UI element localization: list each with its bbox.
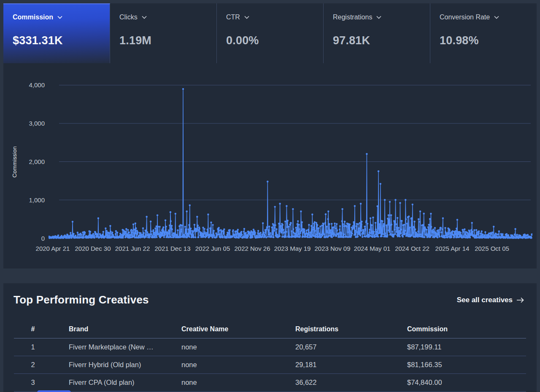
commission-time-series-plot[interactable] (49, 82, 532, 241)
metric-value: 1.19M (119, 34, 209, 47)
cell-commission: $87,199.11 (390, 343, 526, 351)
metric-value: 97.81K (333, 34, 422, 47)
x-axis-tick: 2023 May 19 (269, 245, 316, 252)
column-header-creative-name: Creative Name (165, 325, 278, 333)
creatives-table: # Brand Creative Name Registrations Comm… (14, 320, 526, 392)
table-header-row: # Brand Creative Name Registrations Comm… (14, 320, 526, 338)
metric-tabs: Commission $331.31K Clicks 1.19M CTR 0.0… (3, 3, 537, 63)
metric-tab-conversion-rate[interactable]: Conversion Rate 10.98% (430, 3, 537, 63)
cell-brand: Fiverr CPA (Old plan) (52, 379, 165, 387)
table-row[interactable]: 1 Fiverr Marketplace (New … none 20,657 … (14, 338, 526, 356)
table-row[interactable]: 2 Fiverr Hybrid (Old plan) none 29,181 $… (14, 356, 526, 374)
chevron-down-icon (142, 16, 147, 19)
cell-rank: 3 (14, 379, 52, 387)
see-all-creatives-link[interactable]: See all creatives (457, 296, 524, 304)
x-axis-tick: 2020 Apr 21 (30, 245, 76, 252)
cell-registrations: 36,622 (278, 379, 390, 387)
see-all-label: See all creatives (457, 296, 513, 304)
x-axis-tick: 2024 Oct 22 (389, 245, 435, 252)
y-axis-tick: 0 (8, 234, 45, 243)
column-header-brand: Brand (52, 325, 165, 333)
performance-chart-card: Commission $331.31K Clicks 1.19M CTR 0.0… (3, 3, 537, 268)
metric-tab-registrations[interactable]: Registrations 97.81K (324, 3, 430, 63)
y-axis-tick: 1,000 (8, 196, 45, 204)
partial-cutoff-element[interactable] (37, 390, 71, 392)
x-axis-tick: 2025 Oct 05 (469, 245, 515, 252)
cell-creative-name: none (165, 361, 278, 369)
table-row[interactable]: 3 Fiverr CPA (Old plan) none 36,622 $74,… (14, 374, 526, 392)
cell-brand: Fiverr Hybrid (Old plan) (52, 361, 165, 369)
cell-registrations: 29,181 (278, 361, 390, 369)
metric-tab-label: Clicks (119, 13, 138, 21)
metric-value: 10.98% (440, 34, 529, 47)
metric-tab-label: Registrations (333, 13, 372, 21)
metric-tab-label: Commission (13, 13, 53, 21)
cell-commission: $74,840.00 (390, 379, 526, 387)
chevron-down-icon (244, 16, 249, 19)
chevron-down-icon (494, 16, 499, 19)
cell-registrations: 20,657 (278, 343, 390, 351)
x-axis-tick: 2022 Nov 26 (229, 245, 275, 252)
y-axis-tick: 4,000 (8, 81, 45, 89)
metric-value: $331.31K (13, 34, 102, 47)
cell-creative-name: none (165, 343, 278, 351)
section-title: Top Performing Creatives (14, 293, 149, 306)
metric-tab-label: CTR (226, 13, 240, 21)
arrow-right-icon (516, 297, 524, 303)
x-axis-tick: 2024 May 01 (349, 245, 395, 252)
y-axis-tick: 2,000 (8, 158, 45, 166)
x-axis-tick: 2021 Jun 22 (109, 245, 156, 252)
top-creatives-card: Top Performing Creatives See all creativ… (3, 283, 537, 392)
cell-commission: $81,166.35 (390, 361, 526, 369)
metric-tab-label: Conversion Rate (440, 13, 490, 21)
column-header-commission: Commission (390, 325, 526, 333)
cell-rank: 2 (14, 361, 52, 369)
metric-value: 0.00% (226, 34, 316, 47)
cell-rank: 1 (14, 343, 52, 351)
cell-creative-name: none (165, 379, 278, 387)
top-creatives-header: Top Performing Creatives See all creativ… (3, 283, 537, 306)
metric-tab-commission[interactable]: Commission $331.31K (3, 3, 110, 63)
metric-tab-clicks[interactable]: Clicks 1.19M (110, 3, 217, 63)
metric-tab-ctr[interactable]: CTR 0.00% (217, 3, 324, 63)
chevron-down-icon (376, 16, 381, 19)
column-header-registrations: Registrations (278, 325, 390, 333)
y-axis-tick: 3,000 (8, 119, 45, 128)
x-axis-tick: 2021 Dec 13 (149, 245, 196, 252)
column-header-rank: # (14, 325, 52, 333)
chevron-down-icon (57, 16, 62, 19)
cell-brand: Fiverr Marketplace (New … (52, 343, 165, 351)
